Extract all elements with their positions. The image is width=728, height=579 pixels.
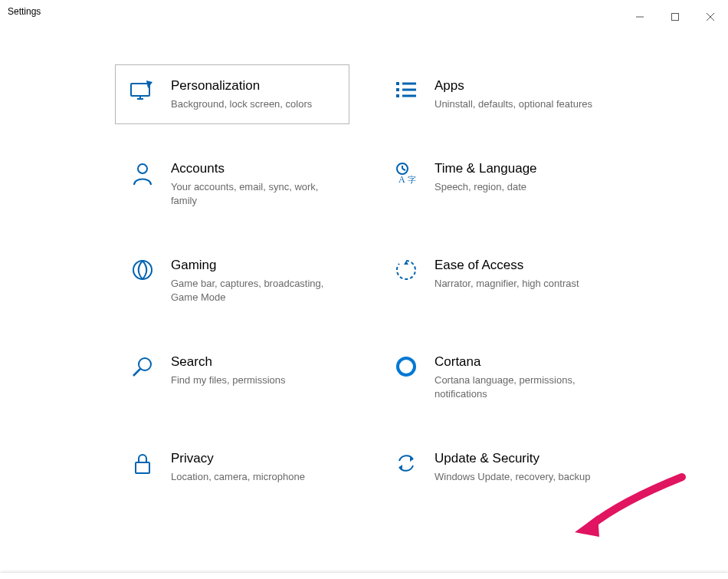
tile-desc: Uninstall, defaults, optional features bbox=[435, 97, 592, 111]
tile-cortana[interactable]: Cortana Cortana language, permissions, n… bbox=[379, 340, 613, 414]
svg-point-23 bbox=[398, 358, 415, 375]
svg-point-13 bbox=[138, 164, 147, 173]
tile-accounts[interactable]: Accounts Your accounts, email, sync, wor… bbox=[115, 147, 349, 221]
tile-title: Search bbox=[171, 354, 286, 370]
tile-title: Accounts bbox=[171, 160, 332, 177]
maximize-button[interactable] bbox=[657, 6, 693, 28]
svg-rect-7 bbox=[396, 82, 399, 85]
maximize-icon bbox=[671, 13, 679, 21]
settings-grid: Personalization Background, lock screen,… bbox=[115, 64, 613, 497]
tile-title: Ease of Access bbox=[435, 257, 579, 274]
tile-desc: Speech, region, date bbox=[435, 180, 537, 194]
personalization-icon bbox=[125, 77, 160, 105]
bottom-edge bbox=[0, 573, 728, 579]
tile-desc: Cortana language, permissions, notificat… bbox=[435, 373, 595, 401]
tile-title: Personalization bbox=[171, 77, 312, 94]
apps-icon bbox=[389, 77, 424, 105]
svg-rect-1 bbox=[672, 14, 679, 21]
titlebar: Settings bbox=[0, 0, 728, 26]
tile-ease-of-access[interactable]: Ease of Access Narrator, magnifier, high… bbox=[379, 244, 613, 317]
search-icon bbox=[125, 354, 160, 381]
close-icon bbox=[707, 13, 714, 21]
minimize-button[interactable] bbox=[622, 6, 657, 28]
tile-search[interactable]: Search Find my files, permissions bbox=[115, 340, 349, 414]
tile-title: Time & Language bbox=[435, 160, 537, 177]
svg-point-19 bbox=[133, 261, 152, 279]
tile-desc: Background, lock screen, colors bbox=[171, 97, 312, 111]
gaming-icon bbox=[125, 257, 160, 285]
tile-personalization[interactable]: Personalization Background, lock screen,… bbox=[115, 64, 349, 124]
svg-rect-24 bbox=[136, 462, 149, 473]
svg-marker-27 bbox=[575, 515, 599, 537]
svg-text:A: A bbox=[398, 174, 405, 185]
tile-update-security[interactable]: Update & Security Windows Update, recove… bbox=[379, 437, 613, 497]
privacy-icon bbox=[125, 450, 160, 478]
tile-title: Cortana bbox=[435, 354, 595, 370]
svg-line-22 bbox=[133, 369, 140, 376]
tile-title: Privacy bbox=[171, 450, 305, 467]
accounts-icon bbox=[125, 160, 160, 188]
window-title: Settings bbox=[8, 6, 41, 17]
window-controls bbox=[622, 6, 728, 28]
settings-content: Personalization Background, lock screen,… bbox=[0, 26, 728, 579]
tile-desc: Game bar, captures, broadcasting, Game M… bbox=[171, 277, 332, 304]
svg-point-21 bbox=[139, 358, 151, 370]
tile-title: Apps bbox=[435, 77, 592, 94]
tile-title: Gaming bbox=[171, 257, 332, 274]
tile-time-language[interactable]: A 字 Time & Language Speech, region, date bbox=[379, 147, 613, 221]
ease-of-access-icon bbox=[389, 257, 424, 285]
time-language-icon: A 字 bbox=[389, 160, 424, 188]
tile-privacy[interactable]: Privacy Location, camera, microphone bbox=[115, 437, 349, 497]
tile-desc: Your accounts, email, sync, work, family bbox=[171, 180, 332, 208]
tile-desc: Narrator, magnifier, high contrast bbox=[435, 277, 579, 291]
tile-desc: Location, camera, microphone bbox=[171, 470, 305, 484]
tile-desc: Windows Update, recovery, backup bbox=[435, 470, 591, 484]
tile-title: Update & Security bbox=[435, 450, 591, 467]
svg-rect-8 bbox=[396, 88, 399, 91]
svg-line-16 bbox=[402, 169, 405, 170]
close-button[interactable] bbox=[693, 6, 728, 28]
svg-rect-9 bbox=[396, 94, 399, 97]
update-security-icon bbox=[389, 450, 424, 478]
tile-desc: Find my files, permissions bbox=[171, 373, 286, 387]
minimize-icon bbox=[636, 13, 644, 21]
tile-apps[interactable]: Apps Uninstall, defaults, optional featu… bbox=[379, 64, 613, 124]
svg-text:字: 字 bbox=[408, 175, 416, 184]
tile-gaming[interactable]: Gaming Game bar, captures, broadcasting,… bbox=[115, 244, 349, 317]
svg-rect-4 bbox=[131, 84, 149, 96]
cortana-icon bbox=[389, 354, 424, 381]
